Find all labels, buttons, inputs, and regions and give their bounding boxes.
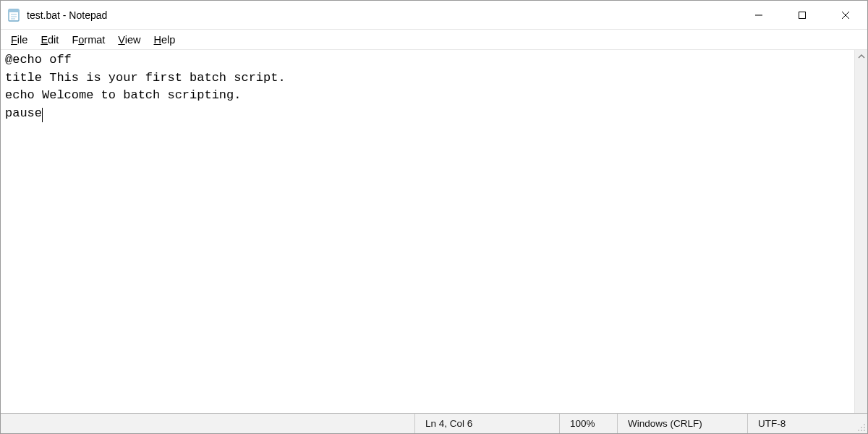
minimize-button[interactable] — [737, 1, 780, 29]
editor-wrap: @echo off title This is your first batch… — [1, 50, 867, 413]
window-title: test.bat - Notepad — [27, 9, 107, 21]
titlebar: test.bat - Notepad — [1, 1, 867, 30]
svg-point-13 — [861, 430, 862, 431]
svg-point-12 — [858, 430, 859, 431]
maximize-button[interactable] — [780, 1, 824, 29]
svg-rect-1 — [9, 9, 19, 12]
window-controls — [737, 1, 867, 29]
menu-view[interactable]: View — [112, 33, 146, 47]
status-cursor: Ln 4, Col 6 — [414, 414, 559, 433]
menu-edit[interactable]: Edit — [35, 33, 64, 47]
close-button[interactable] — [824, 1, 867, 29]
svg-point-14 — [864, 430, 865, 431]
status-line-ending: Windows (CRLF) — [617, 414, 747, 433]
status-encoding: UTF-8 — [747, 414, 856, 433]
menubar: File Edit Format View Help — [1, 30, 867, 50]
svg-point-11 — [864, 427, 865, 428]
svg-rect-6 — [799, 12, 806, 18]
vertical-scrollbar[interactable] — [854, 50, 867, 413]
notepad-window: test.bat - Notepad File Edit Format View… — [0, 0, 868, 434]
statusbar: Ln 4, Col 6 100% Windows (CRLF) UTF-8 — [1, 413, 867, 433]
resize-grip-icon[interactable] — [856, 414, 867, 433]
menu-format[interactable]: Format — [66, 33, 111, 47]
status-zoom: 100% — [559, 414, 617, 433]
menu-file[interactable]: File — [5, 33, 33, 47]
status-empty — [1, 414, 414, 433]
menu-help[interactable]: Help — [148, 33, 182, 47]
text-editor[interactable]: @echo off title This is your first batch… — [1, 50, 854, 413]
notepad-icon — [7, 8, 21, 22]
svg-point-10 — [861, 427, 862, 428]
scroll-up-arrow-icon[interactable] — [855, 50, 867, 63]
svg-point-9 — [864, 424, 865, 425]
